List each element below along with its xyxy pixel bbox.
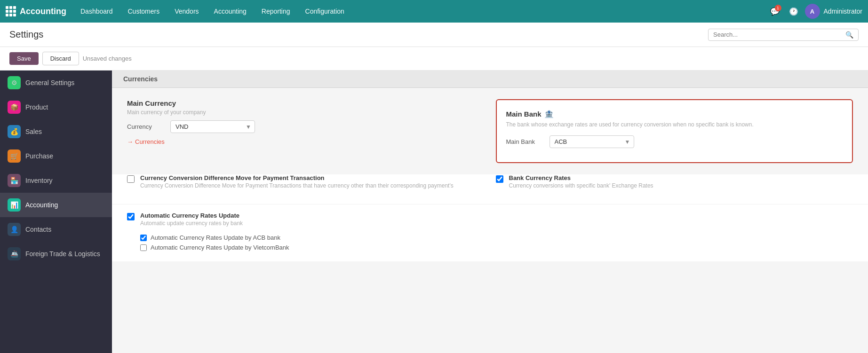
- vietcombank-checkbox[interactable]: [140, 244, 147, 251]
- avatar[interactable]: A: [805, 4, 820, 19]
- nav-customers[interactable]: Customers: [121, 4, 167, 19]
- sidebar: ⚙ General Settings 📦 Product 💰 Sales 🛒 P…: [0, 71, 112, 353]
- sidebar-item-product[interactable]: 📦 Product: [0, 95, 112, 119]
- sidebar-label-inventory: Inventory: [25, 177, 53, 184]
- bank-currency-rates-title: Bank Currency Rates: [509, 174, 853, 181]
- accounting-icon: 📊: [8, 198, 21, 212]
- main-layout: ⚙ General Settings 📦 Product 💰 Sales 🛒 P…: [0, 71, 868, 353]
- app-title: Accounting: [20, 7, 66, 16]
- currencies-section-header: Currencies: [112, 71, 868, 88]
- main-bank-title: Main Bank 🏦: [506, 110, 843, 118]
- currency-field-row: Currency VND USD EUR GBP ▼: [127, 120, 485, 133]
- inventory-icon: 🏪: [8, 174, 21, 187]
- page-title: Settings: [9, 29, 701, 40]
- main-bank-select-wrap: ACB Vietcombank BIDV Vietinbank ▼: [549, 135, 634, 148]
- sidebar-label-general-settings: General Settings: [25, 79, 74, 86]
- product-icon: 📦: [8, 101, 21, 114]
- sidebar-label-product: Product: [25, 103, 48, 111]
- bank-currency-rates-content: Bank Currency Rates Currency conversions…: [509, 174, 853, 189]
- currency-conversion-content: Currency Conversion Difference Move for …: [140, 174, 485, 189]
- currencies-title: Currencies: [123, 75, 158, 83]
- two-col-checks: Currency Conversion Difference Move for …: [112, 174, 868, 204]
- currencies-link-label: Currencies: [135, 138, 165, 145]
- bank-currency-rates-desc: Currency conversions with specific bank'…: [509, 182, 853, 189]
- notifications-button[interactable]: 💬 1: [767, 4, 782, 19]
- currency-conversion-title: Currency Conversion Difference Move for …: [140, 174, 485, 181]
- main-bank-label: Main Bank: [506, 138, 544, 145]
- sidebar-label-foreign-trade: Foreign Trade & Logistics: [25, 250, 100, 258]
- auto-update-section: Automatic Currency Rates Update Automati…: [112, 204, 868, 261]
- bank-icon: 🏦: [544, 110, 554, 118]
- auto-update-check-row: Automatic Currency Rates Update Automati…: [127, 212, 853, 227]
- clock-button[interactable]: 🕐: [786, 4, 801, 19]
- save-button[interactable]: Save: [9, 52, 39, 65]
- currency-conversion-check-row: Currency Conversion Difference Move for …: [127, 174, 485, 189]
- sales-icon: 💰: [8, 125, 21, 138]
- acb-bank-label: Automatic Currency Rates Update by ACB b…: [151, 234, 280, 241]
- header-bar: Settings 🔍: [0, 23, 868, 47]
- sidebar-label-sales: Sales: [25, 128, 42, 135]
- nav-accounting[interactable]: Accounting: [207, 4, 253, 19]
- currency-select-wrap: VND USD EUR GBP ▼: [170, 120, 255, 133]
- bank-currency-rates-check-row: Bank Currency Rates Currency conversions…: [496, 174, 853, 189]
- vietcombank-label: Automatic Currency Rates Update by Vietc…: [151, 244, 289, 251]
- sidebar-item-contacts[interactable]: 👤 Contacts: [0, 217, 112, 242]
- content-area: Currencies Main Currency Main currency o…: [112, 71, 868, 353]
- currency-conversion-desc: Currency Conversion Difference Move for …: [140, 182, 485, 189]
- auto-update-desc: Automatic update currency rates by bank: [140, 220, 853, 227]
- acb-bank-checkbox[interactable]: [140, 235, 147, 241]
- topnav-actions: 💬 1 🕐 A Administrator: [767, 4, 862, 19]
- unsaved-changes-label: Unsaved changes: [83, 55, 132, 62]
- main-currency-title: Main Currency: [127, 99, 485, 107]
- auto-currency-rates-checkbox[interactable]: [127, 213, 135, 220]
- currency-select[interactable]: VND USD EUR GBP: [170, 120, 255, 133]
- nav-vendors[interactable]: Vendors: [168, 4, 205, 19]
- action-bar: Save Discard Unsaved changes: [0, 47, 868, 71]
- main-currency-desc: Main currency of your company: [127, 109, 485, 116]
- notification-badge: 1: [775, 5, 781, 11]
- main-bank-panel: Main Bank 🏦 The bank whose exchange rate…: [496, 99, 853, 163]
- purchase-icon: 🛒: [8, 149, 21, 163]
- top-navigation: Accounting Dashboard Customers Vendors A…: [0, 0, 868, 23]
- foreign-trade-icon: 🚢: [8, 247, 21, 260]
- acb-bank-sub-check-row: Automatic Currency Rates Update by ACB b…: [140, 234, 853, 241]
- search-input[interactable]: [713, 31, 843, 38]
- auto-update-content: Automatic Currency Rates Update Automati…: [140, 212, 853, 227]
- sidebar-item-foreign-trade[interactable]: 🚢 Foreign Trade & Logistics: [0, 242, 112, 266]
- currency-label: Currency: [127, 123, 165, 130]
- apps-icon: [6, 6, 16, 16]
- sidebar-item-purchase[interactable]: 🛒 Purchase: [0, 144, 112, 168]
- vietcombank-sub-check-row: Automatic Currency Rates Update by Vietc…: [140, 244, 853, 251]
- bank-currency-rates-checkbox[interactable]: [496, 175, 503, 183]
- sidebar-item-general-settings[interactable]: ⚙ General Settings: [0, 71, 112, 95]
- sidebar-item-sales[interactable]: 💰 Sales: [0, 119, 112, 144]
- main-bank-field-row: Main Bank ACB Vietcombank BIDV Vietinban…: [506, 135, 843, 148]
- app-logo[interactable]: Accounting: [6, 6, 66, 16]
- admin-label[interactable]: Administrator: [824, 8, 862, 15]
- currencies-link[interactable]: → Currencies: [127, 138, 165, 145]
- nav-configuration[interactable]: Configuration: [299, 4, 351, 19]
- search-icon: 🔍: [845, 31, 853, 39]
- currencies-grid: Main Currency Main currency of your comp…: [112, 88, 868, 174]
- auto-update-title: Automatic Currency Rates Update: [140, 212, 853, 219]
- sidebar-label-accounting: Accounting: [25, 201, 58, 209]
- nav-reporting[interactable]: Reporting: [255, 4, 297, 19]
- discard-button[interactable]: Discard: [42, 52, 79, 65]
- main-bank-desc: The bank whose exchange rates are used f…: [506, 121, 843, 128]
- sidebar-item-accounting[interactable]: 📊 Accounting: [0, 193, 112, 217]
- contacts-icon: 👤: [8, 223, 21, 236]
- sidebar-item-inventory[interactable]: 🏪 Inventory: [0, 168, 112, 193]
- nav-dashboard[interactable]: Dashboard: [74, 4, 119, 19]
- sidebar-label-purchase: Purchase: [25, 152, 53, 160]
- sub-checks: Automatic Currency Rates Update by ACB b…: [140, 234, 853, 251]
- general-settings-icon: ⚙: [8, 76, 21, 89]
- search-box: 🔍: [708, 29, 859, 41]
- main-bank-select[interactable]: ACB Vietcombank BIDV Vietinbank: [549, 135, 634, 148]
- currency-conversion-checkbox[interactable]: [127, 175, 135, 183]
- sidebar-label-contacts: Contacts: [25, 226, 51, 233]
- currencies-arrow-icon: →: [127, 138, 133, 145]
- main-currency-panel: Main Currency Main currency of your comp…: [127, 99, 485, 163]
